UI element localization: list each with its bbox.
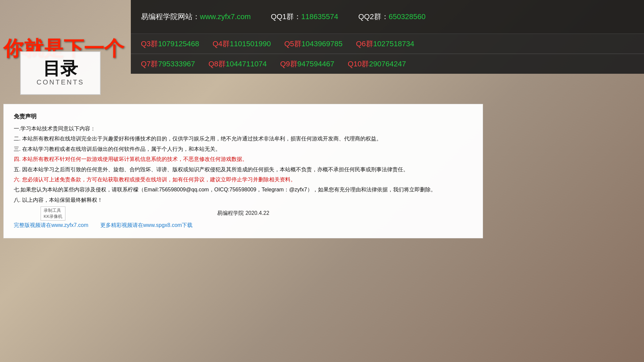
q8-num: 1044711074 bbox=[226, 60, 267, 68]
content-item-4: 四. 本站所有教程不针对任何一款游戏使用破坏计算机信息系统的技术，不恶意修改任何… bbox=[14, 154, 473, 164]
header-row1: 易编程学院网站： www.zyfx7.com QQ1群： 118635574 Q… bbox=[141, 12, 634, 22]
qq-item-5: Q5群 1043969785 bbox=[284, 39, 342, 49]
organization: 易编程学院 2020.4.22 bbox=[14, 208, 473, 219]
q6-label: Q6群 bbox=[356, 39, 373, 49]
qq-item-6: Q6群 1027518734 bbox=[356, 39, 414, 49]
footer2: 更多精彩视频请在www.spgx8.com下载 bbox=[100, 222, 193, 228]
q5-num: 1043969785 bbox=[302, 40, 342, 48]
qq2-label: QQ2群： bbox=[358, 12, 388, 22]
q3-label: Q3群 bbox=[141, 39, 158, 49]
q3-num: 1079125468 bbox=[158, 40, 199, 48]
qq-item-10: Q10群 290764247 bbox=[348, 59, 406, 69]
main-content: 免责声明 一.学习本站技术贵同意以下内容： 二. 本站所有教程和在线培训完全出于… bbox=[3, 104, 483, 238]
q5-label: Q5群 bbox=[284, 39, 301, 49]
watermark: 录制工具 KK录像机 bbox=[41, 206, 65, 221]
sidebar-mulu: 目录 bbox=[43, 60, 78, 77]
qq1-val: 118635574 bbox=[301, 12, 338, 21]
watermark-line2: KK录像机 bbox=[44, 214, 62, 220]
q6-num: 1027518734 bbox=[373, 40, 414, 48]
qq1-label: QQ1群： bbox=[271, 12, 301, 22]
content-item-7: 七.如果您认为本站的某些内容涉及侵权，请联系柠檬（Email:756598009… bbox=[14, 185, 473, 195]
sidebar-inner: 目录 CONTENTS bbox=[20, 51, 101, 95]
footer1: 完整版视频请在www.zyfx7.com bbox=[14, 222, 88, 228]
q10-num: 290764247 bbox=[369, 60, 406, 68]
qq-item-4: Q4群 1101501990 bbox=[213, 39, 271, 49]
qq-row2: Q3群 1079125468 Q4群 1101501990 Q5群 104396… bbox=[131, 34, 644, 54]
content-item-8: 八. 以上内容，本站保留最终解释权！ bbox=[14, 195, 473, 205]
qq2-val: 650328560 bbox=[389, 12, 426, 21]
sidebar: 目录 CONTENTS bbox=[0, 34, 121, 106]
qq-row3: Q7群 795333967 Q8群 1044711074 Q9群 9475944… bbox=[131, 54, 644, 74]
footer-links: 完整版视频请在www.zyfx7.com 更多精彩视频请在www.spgx8.c… bbox=[14, 220, 473, 231]
qq-item-9: Q9群 947594467 bbox=[280, 59, 334, 69]
q4-num: 1101501990 bbox=[230, 40, 271, 48]
site-url: www.zyfx7.com bbox=[200, 12, 251, 21]
q8-label: Q8群 bbox=[208, 59, 225, 69]
content-item-6: 六. 您必须认可上述免责条款，方可在站获取教程或接受在线培训，如有任何异议，建议… bbox=[14, 175, 473, 185]
content-item-3: 三. 在本站学习教程或者在线培训后做出的任何软件作品，属于个人行为，和本站无关。 bbox=[14, 144, 473, 154]
q7-num: 795333967 bbox=[158, 60, 195, 68]
site-label: 易编程学院网站： bbox=[141, 12, 200, 22]
qq-item-8: Q8群 1044711074 bbox=[208, 59, 267, 69]
content-item-1: 一.学习本站技术贵同意以下内容： bbox=[14, 124, 473, 134]
content-item-2: 二. 本站所有教程和在线培训完全出于兴趣爱好和传播技术的目的，仅供学习娱乐之用，… bbox=[14, 134, 473, 144]
disclaimer-title: 免责声明 bbox=[14, 111, 473, 122]
q9-label: Q9群 bbox=[280, 59, 297, 69]
q9-num: 947594467 bbox=[298, 60, 334, 68]
qq-item-3: Q3群 1079125468 bbox=[141, 39, 199, 49]
watermark-line1: 录制工具 bbox=[44, 207, 62, 214]
q10-label: Q10群 bbox=[348, 59, 369, 69]
sidebar-contents: CONTENTS bbox=[37, 78, 84, 86]
q4-label: Q4群 bbox=[213, 39, 230, 49]
content-item-5: 五. 因在本站学习之后而引致的任何意外、旋怨、合约毁坏、诽谤、版权或知识产权侵犯… bbox=[14, 165, 473, 175]
header-right-inner: 易编程学院网站： www.zyfx7.com QQ1群： 118635574 Q… bbox=[131, 0, 644, 34]
qq-item-7: Q7群 795333967 bbox=[141, 59, 195, 69]
header-right: 易编程学院网站： www.zyfx7.com QQ1群： 118635574 Q… bbox=[131, 0, 644, 34]
q7-label: Q7群 bbox=[141, 59, 158, 69]
